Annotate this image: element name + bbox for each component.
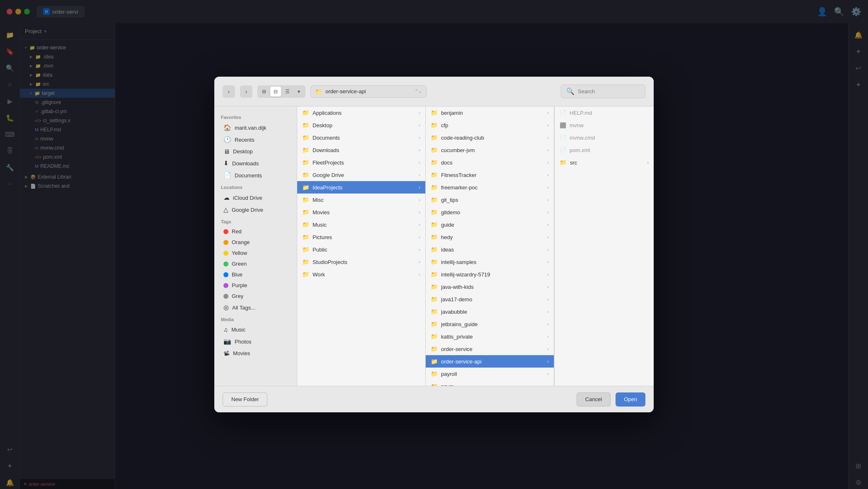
file-row-intellij-wizardry[interactable]: 📁 intellij-wizardry-5719 › <box>426 268 554 281</box>
file-row-docs[interactable]: 📁 docs › <box>426 156 554 169</box>
sidebar-item-tag-orange[interactable]: Orange <box>217 237 294 247</box>
grid-view-button[interactable]: ⊟ <box>270 87 281 97</box>
left-file-panel: 📁 Applications › 📁 Desktop › 📁 Documents <box>297 107 426 386</box>
file-row-applications[interactable]: 📁 Applications › <box>297 107 425 119</box>
forward-button[interactable]: › <box>240 85 252 98</box>
file-row-pictures[interactable]: 📁 Pictures › <box>297 231 425 243</box>
folder-icon: 📁 <box>431 159 438 166</box>
file-row-gitdemo[interactable]: 📁 gitdemo › <box>426 206 554 218</box>
file-row-work[interactable]: 📁 Work › <box>297 268 425 281</box>
chevron-icon: › <box>547 247 549 252</box>
sidebar-item-tag-purple[interactable]: Purple <box>217 280 294 290</box>
chevron-icon: › <box>547 284 549 289</box>
file-row-code-reading[interactable]: 📁 code-reading-club › <box>426 131 554 144</box>
file-row-misc[interactable]: 📁 Misc › <box>297 194 425 206</box>
file-row-pom-xml[interactable]: 📄 pom.xml <box>555 144 654 156</box>
sidebar-googledrive-label: Google Drive <box>232 207 263 213</box>
list-view-button[interactable]: ☰ <box>282 87 293 97</box>
tag-purple-label: Purple <box>232 282 247 288</box>
file-row-ideas[interactable]: 📁 ideas › <box>426 243 554 256</box>
file-row-javabubble[interactable]: 📁 javabubble › <box>426 305 554 318</box>
file-row-cucumber[interactable]: 📁 cucumber-jvm › <box>426 144 554 156</box>
sidebar-item-tag-yellow[interactable]: Yellow <box>217 248 294 258</box>
cmd-icon: 📄 <box>560 135 566 141</box>
file-row-order-service[interactable]: 📁 order-service › <box>426 343 554 355</box>
tag-yellow-label: Yellow <box>232 250 247 256</box>
sidebar-item-downloads[interactable]: ⬇ Downloads <box>217 157 294 169</box>
chevron-icon: › <box>547 210 549 215</box>
sidebar-item-movies[interactable]: 📽 Movies <box>217 348 294 359</box>
open-button[interactable]: Open <box>616 392 645 407</box>
file-row-cfp[interactable]: 📁 cfp › <box>426 119 554 131</box>
file-row-desktop[interactable]: 📁 Desktop › <box>297 119 425 131</box>
file-row-src[interactable]: 📁 src › <box>555 156 654 169</box>
file-row-java17[interactable]: 📁 java17-demo › <box>426 293 554 305</box>
sidebar-documents-label: Documents <box>235 172 262 179</box>
sidebar-item-desktop[interactable]: 🖥 Desktop <box>217 146 294 157</box>
file-row-guide[interactable]: 📁 guide › <box>426 218 554 231</box>
icloud-icon: ☁ <box>223 194 230 201</box>
sidebar-item-all-tags[interactable]: ◎ All Tags... <box>217 302 294 313</box>
folder-icon: 📁 <box>431 333 438 340</box>
file-row-studioprojects[interactable]: 📁 StudioProjects › <box>297 256 425 268</box>
file-row-public[interactable]: 📁 Public › <box>297 243 425 256</box>
chevron-icon: › <box>547 123 549 128</box>
file-row-movies[interactable]: 📁 Movies › <box>297 206 425 218</box>
file-row-downloads[interactable]: 📁 Downloads › <box>297 144 425 156</box>
file-row-documents[interactable]: 📁 Documents › <box>297 131 425 144</box>
sidebar-item-recents[interactable]: 🕐 Recents <box>217 134 294 145</box>
sidebar-item-googledrive[interactable]: △ Google Drive <box>217 204 294 215</box>
folder-icon: 📁 <box>302 159 309 166</box>
file-row-googledrive[interactable]: 📁 Google Drive › <box>297 169 425 181</box>
folder-icon: 📁 <box>431 346 438 352</box>
folder-icon: 📁 <box>431 370 438 377</box>
search-input[interactable] <box>578 88 640 94</box>
green-dot <box>223 261 228 266</box>
folder-icon: 📁 <box>431 109 438 116</box>
file-row-music[interactable]: 📁 Music › <box>297 218 425 231</box>
file-row-mvnw[interactable]: ⬛ mvnw <box>555 119 654 131</box>
chevron-icon: › <box>547 222 549 227</box>
chevron-icon: › <box>547 160 549 165</box>
file-row-payroll[interactable]: 📁 payroll › <box>426 368 554 380</box>
file-row-git-tips[interactable]: 📁 git_tips › <box>426 194 554 206</box>
file-row-freemarker[interactable]: 📁 freemarker-poc › <box>426 181 554 194</box>
file-row-intellij-samples[interactable]: 📁 intellij-samples › <box>426 256 554 268</box>
sidebar-item-tag-red[interactable]: Red <box>217 226 294 237</box>
file-row-benjamin[interactable]: 📁 benjamin › <box>426 107 554 119</box>
file-row-fitnesstracker[interactable]: 📁 FitnessTracker › <box>426 169 554 181</box>
chevron-icon: › <box>419 272 420 277</box>
sidebar-item-documents[interactable]: 📄 Documents <box>217 169 294 181</box>
doc-icon: 📄 <box>560 110 566 116</box>
sidebar-item-home[interactable]: 🏠 marit.van.dijk <box>217 122 294 133</box>
sidebar-item-tag-green[interactable]: Green <box>217 259 294 269</box>
sidebar-item-icloud[interactable]: ☁ iCloud Drive <box>217 192 294 203</box>
file-row-kattis[interactable]: 📁 kattis_private › <box>426 330 554 343</box>
sidebar-item-tag-blue[interactable]: Blue <box>217 269 294 280</box>
file-row-psvm[interactable]: 📁 psvm › <box>426 380 554 386</box>
file-row-order-service-api[interactable]: 📁 order-service-api › <box>426 355 554 368</box>
file-row-help-md[interactable]: 📄 HELP.md <box>555 107 654 119</box>
back-button[interactable]: ‹ <box>223 85 235 98</box>
file-row-ideaprojects[interactable]: 📁 IdeaProjects › <box>297 181 425 194</box>
file-row-hedy[interactable]: 📁 hedy › <box>426 231 554 243</box>
location-bar[interactable]: 📁 order-service-api ⌃⌄ <box>310 85 427 98</box>
file-row-mvnw-cmd[interactable]: 📄 mvnw.cmd <box>555 131 654 144</box>
chevron-icon: › <box>547 235 549 240</box>
sidebar-item-music[interactable]: ♫ Music <box>217 324 294 335</box>
folder-icon: 📁 <box>431 283 438 290</box>
blue-dot <box>223 272 228 277</box>
desktop-icon: 🖥 <box>223 148 230 155</box>
chevron-icon: › <box>547 110 549 115</box>
sidebar-item-tag-grey[interactable]: Grey <box>217 291 294 301</box>
sidebar-item-photos[interactable]: 📷 Photos <box>217 336 294 347</box>
file-row-java-kids[interactable]: 📁 java-with-kids › <box>426 281 554 293</box>
file-row-fleetprojects[interactable]: 📁 FleetProjects › <box>297 156 425 169</box>
column-view-button[interactable]: ⊞ <box>259 87 269 97</box>
search-box[interactable]: 🔍 <box>561 85 645 98</box>
view-options-button[interactable]: ▾ <box>293 87 304 97</box>
file-row-jetbrains[interactable]: 📁 jetbrains_guide › <box>426 318 554 330</box>
new-folder-button[interactable]: New Folder <box>223 392 267 407</box>
cancel-button[interactable]: Cancel <box>577 392 611 407</box>
location-chevron-icon: ⌃⌄ <box>415 89 422 94</box>
